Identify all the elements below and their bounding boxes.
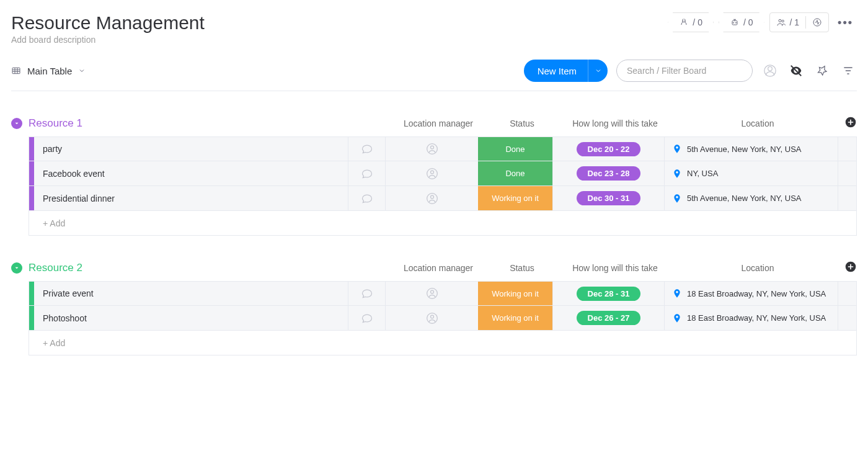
header-actions: / 0 / 0 / 1 ••• [668, 12, 857, 32]
svg-point-18 [430, 290, 433, 293]
item-name-cell[interactable]: Facebook event [34, 161, 348, 185]
more-menu-button[interactable]: ••• [834, 16, 857, 29]
column-header-manager[interactable]: Location manager [392, 263, 485, 273]
integration-robot-button[interactable]: / 0 [719, 12, 764, 32]
duration-cell[interactable]: Dec 26 - 27 [552, 306, 664, 330]
column-header-location[interactable]: Location [671, 263, 844, 273]
duration-cell[interactable]: Dec 20 - 22 [552, 137, 664, 161]
group-collapse-button[interactable] [11, 262, 22, 274]
location-pin-icon [672, 288, 682, 298]
svg-point-13 [430, 171, 433, 174]
new-item-dropdown[interactable] [588, 60, 608, 82]
person-icon [426, 312, 438, 324]
conversation-button[interactable] [348, 186, 385, 210]
row-end [838, 186, 856, 210]
group: Resource 1Location managerStatusHow long… [11, 116, 857, 236]
page-title[interactable]: Resource Management [11, 12, 205, 33]
activity-icon [812, 17, 822, 27]
new-item-label[interactable]: New Item [524, 66, 588, 76]
conversation-button[interactable] [348, 161, 385, 185]
llama-icon [679, 17, 689, 27]
table-row: partyDoneDec 20 - 225th Avenue, New York… [29, 136, 857, 161]
svg-point-1 [733, 22, 733, 23]
person-icon [426, 287, 438, 300]
conversation-button[interactable] [348, 306, 385, 330]
duration-cell[interactable]: Dec 28 - 31 [552, 282, 664, 305]
status-cell[interactable]: Done [478, 161, 552, 185]
svg-rect-6 [12, 68, 20, 73]
status-cell[interactable]: Working on it [478, 186, 552, 210]
table-row: PhotoshootWorking on itDec 26 - 2718 Eas… [29, 306, 857, 331]
people-icon [776, 17, 786, 27]
group-collapse-button[interactable] [11, 118, 22, 129]
manager-cell[interactable] [385, 137, 478, 161]
divider [805, 16, 806, 29]
row-color-bar [29, 306, 34, 330]
row-end [838, 137, 856, 161]
table-row: Private eventWorking on itDec 28 - 3118 … [29, 281, 857, 306]
column-header-status[interactable]: Status [485, 118, 559, 128]
duration-cell[interactable]: Dec 23 - 28 [552, 161, 664, 185]
item-name-cell[interactable]: Private event [34, 282, 348, 305]
pin-icon [816, 65, 828, 77]
person-icon [426, 192, 438, 205]
integration-llama-count: / 0 [693, 17, 702, 27]
view-selector[interactable]: Main Table [11, 66, 86, 76]
location-cell[interactable]: 18 East Broadway, NY, New York, USA [664, 282, 838, 305]
location-cell[interactable]: NY, USA [664, 161, 838, 185]
manager-cell[interactable] [385, 186, 478, 210]
column-header-location[interactable]: Location [671, 118, 844, 128]
manager-cell[interactable] [385, 161, 478, 185]
filter-icon [842, 65, 854, 77]
manager-cell[interactable] [385, 306, 478, 330]
plus-icon [844, 261, 857, 273]
row-color-bar [29, 161, 34, 185]
search-placeholder: Search / Filter Board [627, 66, 706, 76]
column-header-duration[interactable]: How long will this take [559, 118, 671, 128]
new-item-button[interactable]: New Item [524, 60, 608, 82]
add-item-button[interactable]: + Add [29, 211, 857, 236]
column-header-duration[interactable]: How long will this take [559, 263, 671, 273]
item-name-cell[interactable]: Photoshoot [34, 306, 348, 330]
add-column-button[interactable] [844, 261, 857, 275]
location-text: 18 East Broadway, NY, New York, USA [687, 313, 826, 323]
conversation-button[interactable] [348, 137, 385, 161]
table-row: Presidential dinnerWorking on itDec 30 -… [29, 186, 857, 211]
integration-llama-button[interactable]: / 0 [668, 12, 714, 32]
column-header-status[interactable]: Status [485, 263, 559, 273]
filter-button[interactable] [839, 62, 857, 79]
board-description[interactable]: Add board description [11, 35, 205, 45]
add-item-button[interactable]: + Add [29, 331, 857, 355]
item-name-cell[interactable]: party [34, 137, 348, 161]
status-cell[interactable]: Working on it [478, 306, 552, 330]
hide-button[interactable] [787, 62, 805, 79]
duration-cell[interactable]: Dec 30 - 31 [552, 186, 664, 210]
location-cell[interactable]: 18 East Broadway, NY, New York, USA [664, 306, 838, 330]
location-cell[interactable]: 5th Avenue, New York, NY, USA [664, 186, 838, 210]
members-button[interactable]: / 1 [769, 12, 830, 32]
location-text: 18 East Broadway, NY, New York, USA [687, 289, 826, 298]
group-title[interactable]: Resource 2 [29, 262, 82, 274]
column-header-manager[interactable]: Location manager [392, 118, 485, 128]
chat-icon [361, 287, 373, 300]
location-pin-icon [672, 313, 682, 323]
status-cell[interactable]: Working on it [478, 282, 552, 305]
integration-robot-count: / 0 [743, 17, 753, 27]
manager-cell[interactable] [385, 282, 478, 305]
table-row: Facebook eventDoneDec 23 - 28NY, USA [29, 161, 857, 186]
pin-button[interactable] [813, 62, 831, 79]
location-cell[interactable]: 5th Avenue, New York, NY, USA [664, 137, 838, 161]
person-icon [426, 167, 438, 180]
add-column-button[interactable] [844, 116, 857, 130]
status-cell[interactable]: Done [478, 137, 552, 161]
chat-icon [361, 312, 373, 324]
person-filter-button[interactable] [761, 62, 779, 79]
item-name-cell[interactable]: Presidential dinner [34, 186, 348, 210]
group-title[interactable]: Resource 1 [29, 117, 82, 130]
chevron-down-icon [595, 67, 602, 74]
location-text: 5th Avenue, New York, NY, USA [687, 145, 802, 154]
conversation-button[interactable] [348, 282, 385, 305]
search-input[interactable]: Search / Filter Board [616, 60, 753, 82]
plus-icon [844, 116, 857, 128]
location-text: NY, USA [687, 169, 718, 178]
